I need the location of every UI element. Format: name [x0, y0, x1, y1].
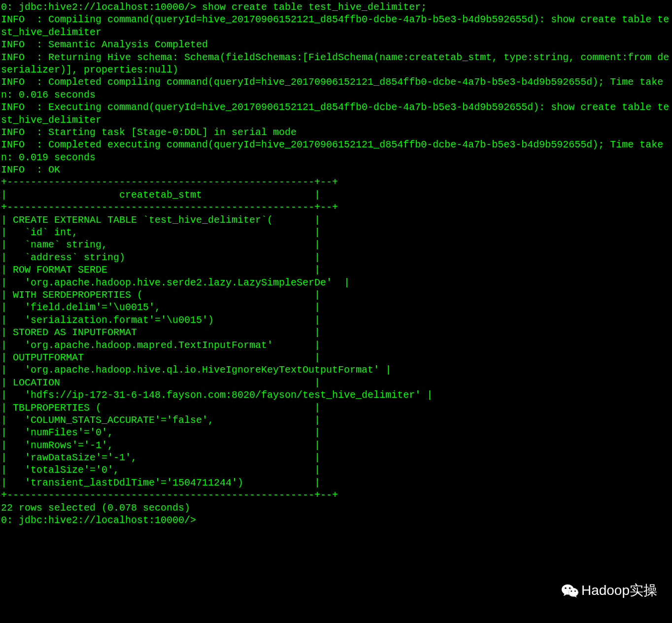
- terminal-line: INFO : Executing command(queryId=hive_20…: [1, 101, 671, 126]
- terminal-line: | OUTPUTFORMAT |: [1, 351, 671, 364]
- terminal-line: | 'COLUMN_STATS_ACCURATE'='false', |: [1, 414, 671, 426]
- terminal-line: | 'transient_lastDdlTime'='1504711244') …: [1, 477, 671, 489]
- terminal-line: | `address` string) |: [1, 251, 671, 264]
- terminal-line: | 'org.apache.hadoop.hive.ql.io.HiveIgno…: [1, 364, 671, 376]
- terminal-line: | 'numFiles'='0', |: [1, 426, 671, 439]
- terminal-line: 0: jdbc:hive2://localhost:10000/> show c…: [1, 1, 671, 13]
- terminal-line: INFO : OK: [1, 164, 671, 176]
- wechat-icon: [562, 583, 578, 598]
- svg-point-5: [569, 588, 571, 589]
- watermark-text: Hadoop实操: [581, 582, 657, 599]
- terminal-line: | 'org.apache.hadoop.mapred.TextInputFor…: [1, 339, 671, 351]
- terminal-line: | `name` string, |: [1, 239, 671, 251]
- terminal-line: | STORED AS INPUTFORMAT |: [1, 326, 671, 339]
- terminal-line: +---------------------------------------…: [1, 176, 671, 188]
- terminal-line: | 'rawDataSize'='-1', |: [1, 451, 671, 464]
- terminal-line: | ROW FORMAT SERDE |: [1, 264, 671, 276]
- svg-point-7: [574, 590, 576, 592]
- terminal-line: INFO : Semantic Analysis Completed: [1, 38, 671, 51]
- svg-point-6: [571, 590, 572, 592]
- terminal-line: 22 rows selected (0.078 seconds): [1, 502, 671, 514]
- terminal-line: | TBLPROPERTIES ( |: [1, 402, 671, 414]
- watermark: Hadoop实操: [562, 582, 657, 599]
- terminal-line: | 'numRows'='-1', |: [1, 439, 671, 451]
- svg-point-3: [569, 588, 578, 596]
- terminal-line: | 'field.delim'='\u0015', |: [1, 301, 671, 313]
- terminal-line: INFO : Completed compiling command(query…: [1, 76, 671, 101]
- terminal-line: +---------------------------------------…: [1, 489, 671, 501]
- terminal-line: | CREATE EXTERNAL TABLE `test_hive_delim…: [1, 214, 671, 226]
- terminal-line: +---------------------------------------…: [1, 201, 671, 213]
- terminal-line: | `id` int, |: [1, 226, 671, 239]
- terminal-line: INFO : Returning Hive schema: Schema(fie…: [1, 51, 671, 76]
- svg-point-4: [565, 588, 567, 589]
- terminal-output[interactable]: 0: jdbc:hive2://localhost:10000/> show c…: [0, 0, 672, 527]
- terminal-line: | 'hdfs://ip-172-31-6-148.fayson.com:802…: [1, 389, 671, 401]
- terminal-line: | LOCATION |: [1, 377, 671, 389]
- terminal-line: | 'serialization.format'='\u0015') |: [1, 314, 671, 326]
- terminal-line: INFO : Compiling command(queryId=hive_20…: [1, 13, 671, 38]
- terminal-line: INFO : Completed executing command(query…: [1, 138, 671, 164]
- terminal-line: | createtab_stmt |: [1, 189, 671, 201]
- terminal-line: 0: jdbc:hive2://localhost:10000/>: [1, 514, 671, 526]
- terminal-line: | WITH SERDEPROPERTIES ( |: [1, 289, 671, 301]
- terminal-line: | 'totalSize'='0', |: [1, 464, 671, 476]
- terminal-line: INFO : Starting task [Stage-0:DDL] in se…: [1, 126, 671, 138]
- terminal-line: | 'org.apache.hadoop.hive.serde2.lazy.La…: [1, 277, 671, 289]
